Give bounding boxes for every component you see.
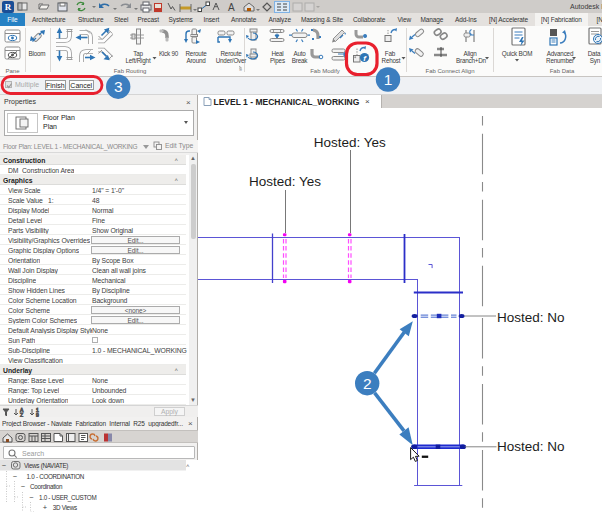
svg-text:Reroute: Reroute	[220, 50, 242, 57]
svg-text:Data: Data	[588, 50, 601, 57]
svg-text:Syn: Syn	[590, 57, 601, 65]
svg-text:Pipes: Pipes	[270, 57, 285, 65]
svg-text:Under/Over: Under/Over	[216, 57, 247, 64]
svg-text:Autodesk Revit: Autodesk Revit	[570, 3, 602, 10]
svg-text:Kick 90: Kick 90	[159, 50, 179, 57]
svg-text:Quick BOM: Quick BOM	[502, 50, 532, 58]
svg-text:Bloom: Bloom	[29, 50, 46, 57]
svg-text:−: −	[2, 461, 7, 470]
svg-text:Pane: Pane	[5, 68, 20, 74]
svg-text:»: »	[239, 66, 242, 72]
svg-text:3D Views: 3D Views	[53, 504, 77, 511]
svg-text:Break: Break	[292, 57, 309, 64]
svg-text:−: −	[29, 493, 34, 502]
svg-text:+: +	[43, 503, 48, 512]
svg-text:Hosted: Yes: Hosted: Yes	[314, 135, 386, 150]
svg-text:Heal: Heal	[271, 50, 283, 57]
svg-text:Coordination: Coordination	[30, 483, 63, 490]
svg-text:R: R	[5, 2, 12, 12]
svg-text:Left/Right: Left/Right	[126, 57, 151, 65]
svg-text:2: 2	[363, 375, 372, 392]
svg-text:Rehost: Rehost	[382, 57, 401, 64]
svg-text:Around: Around	[186, 57, 206, 64]
svg-text:1.0 - COORDINATION: 1.0 - COORDINATION	[27, 473, 85, 480]
svg-text:−: −	[21, 482, 26, 491]
svg-text:Advanced: Advanced	[547, 50, 574, 57]
svg-text:˄: ˄	[186, 463, 190, 469]
svg-text:Fab Modify: Fab Modify	[310, 68, 340, 74]
svg-text:Fab Routing: Fab Routing	[114, 68, 147, 74]
svg-text:1.0 - USER_CUSTOM: 1.0 - USER_CUSTOM	[39, 494, 96, 502]
svg-text:Hosted: No: Hosted: No	[497, 310, 565, 325]
svg-text:Fab: Fab	[385, 50, 396, 57]
svg-text:A: A	[228, 2, 235, 13]
svg-text:Branch+Dn: Branch+Dn	[456, 57, 487, 64]
svg-text:Hosted: No: Hosted: No	[497, 439, 565, 454]
svg-text:Views (NAVIATE): Views (NAVIATE)	[24, 462, 68, 470]
svg-text:Auto: Auto	[293, 50, 306, 57]
svg-text:Renumber: Renumber	[546, 57, 574, 64]
svg-text:Reroute: Reroute	[185, 50, 207, 57]
svg-text:Fab Data: Fab Data	[550, 68, 575, 74]
svg-text:Hosted: Yes: Hosted: Yes	[249, 174, 321, 189]
svg-text:Fab Connect Align: Fab Connect Align	[425, 68, 474, 74]
svg-text:−: −	[13, 472, 18, 481]
